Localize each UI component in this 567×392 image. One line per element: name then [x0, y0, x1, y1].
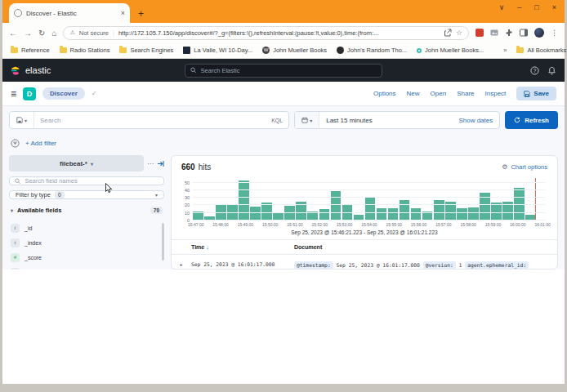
collapse-sidebar-icon[interactable]: [157, 160, 164, 167]
space-badge[interactable]: D: [23, 87, 36, 100]
saved-query-menu-button[interactable]: ▾: [10, 112, 34, 128]
field-item[interactable]: t_index: [11, 235, 163, 250]
window-close-icon[interactable]: ×: [552, 3, 556, 11]
home-icon[interactable]: ⌂: [51, 29, 56, 38]
reload-icon[interactable]: ↻: [38, 29, 45, 38]
x-axis-tick: 15:51:00: [287, 222, 302, 227]
toolbar-link-new[interactable]: New: [407, 90, 420, 97]
sidebar-scrollbar[interactable]: [162, 223, 164, 261]
new-tab-button[interactable]: +: [138, 8, 144, 20]
window-maximize-icon[interactable]: □: [534, 3, 538, 11]
kql-search-input[interactable]: [34, 117, 266, 124]
breadcrumb[interactable]: Discover: [42, 87, 85, 100]
field-item[interactable]: t_id: [11, 220, 163, 235]
histogram-bar[interactable]: [411, 208, 422, 220]
time-range-value[interactable]: Last 15 minutes: [319, 117, 452, 124]
gear-icon: ⚙: [502, 163, 507, 171]
window-menu-icon[interactable]: ∨: [499, 3, 505, 11]
profile-avatar[interactable]: [534, 28, 544, 38]
alerts-bell-icon[interactable]: [547, 66, 556, 75]
tab-close-icon[interactable]: ×: [121, 9, 125, 17]
global-search[interactable]: [185, 64, 382, 78]
filter-by-type-select[interactable]: Filter by type 0 ▾: [9, 190, 164, 199]
y-axis-label: 50: [185, 180, 190, 185]
histogram-bar[interactable]: [250, 207, 261, 220]
bookmark-item[interactable]: WJohn Mueller Books: [262, 47, 327, 54]
histogram-bar[interactable]: [388, 208, 399, 220]
refresh-button[interactable]: Refresh: [505, 111, 558, 129]
field-search-box[interactable]: [9, 176, 164, 185]
svg-text:?: ?: [534, 67, 537, 73]
field-item[interactable]: t_type: [11, 265, 163, 270]
index-actions-icon[interactable]: ⋯: [147, 160, 154, 167]
global-search-input[interactable]: [201, 67, 377, 74]
bookmark-label: La Valle, WI 10-Day...: [194, 47, 252, 54]
window-minimize-icon[interactable]: –: [517, 3, 521, 11]
all-bookmarks-button[interactable]: All Bookmarks: [516, 47, 566, 54]
screenshot-extension-icon[interactable]: [490, 29, 498, 37]
bookmark-label: Radio Stations: [70, 47, 110, 54]
elastic-logo[interactable]: elastic: [11, 65, 51, 76]
address-bar[interactable]: ⚠ Not secure | http://172.105.7.150/app/…: [63, 26, 469, 40]
histogram-bar[interactable]: [457, 208, 467, 220]
nav-menu-icon[interactable]: ≡: [11, 88, 16, 100]
fields-sidebar: filebeat-* ▾ ⋯ Filter by type 0 ▾ ▾ Avai…: [9, 155, 164, 270]
add-filter-link[interactable]: + Add filter: [25, 140, 56, 147]
bookmark-item[interactable]: Reference: [11, 47, 50, 54]
histogram-bar[interactable]: [227, 205, 238, 220]
elastic-favicon-icon: [14, 9, 22, 17]
gridline: [193, 197, 546, 198]
chart-options-button[interactable]: ⚙ Chart options: [502, 163, 547, 171]
bookmark-item[interactable]: La Valle, WI 10-Day...: [183, 47, 252, 54]
bookmark-item[interactable]: Radio Stations: [60, 47, 110, 54]
share-icon[interactable]: [444, 29, 452, 37]
histogram-bar[interactable]: [331, 191, 342, 220]
document-column-header[interactable]: Document: [294, 244, 322, 250]
histogram-bar[interactable]: [377, 208, 387, 220]
toolbar-link-inspect[interactable]: Inspect: [485, 90, 507, 97]
show-dates-link[interactable]: Show dates: [452, 117, 499, 124]
histogram-bar[interactable]: [365, 198, 376, 220]
histogram-bar[interactable]: [434, 200, 444, 220]
histogram-bar[interactable]: [239, 180, 249, 220]
divider: |: [113, 29, 114, 37]
expand-row-icon[interactable]: ▸: [172, 260, 191, 269]
bookmark-item[interactable]: Search Engines: [119, 47, 173, 54]
browser-tab[interactable]: Discover - Elastic ×: [9, 3, 130, 23]
field-key-chip[interactable]: @timestamp:: [294, 261, 333, 269]
field-item[interactable]: #_score: [11, 250, 163, 265]
back-icon[interactable]: ←: [9, 29, 17, 38]
bookmark-item[interactable]: John's Random Tho...: [337, 47, 407, 54]
forward-icon[interactable]: →: [24, 29, 32, 38]
time-range-subtitle: Sep 25, 2023 @ 15:46:21.223 - Sep 25, 20…: [172, 229, 557, 235]
field-key-chip[interactable]: @version:: [423, 261, 456, 269]
toolbar-link-share[interactable]: Share: [457, 90, 474, 97]
side-panel-icon[interactable]: [520, 29, 528, 37]
histogram-bar[interactable]: [342, 205, 353, 220]
calendar-menu-button[interactable]: ▾: [295, 112, 319, 128]
histogram-bar[interactable]: [400, 200, 410, 220]
toolbar-link-open[interactable]: Open: [431, 90, 447, 97]
field-search-input[interactable]: [25, 177, 158, 185]
histogram-bar[interactable]: [284, 206, 295, 220]
field-key-chip[interactable]: agent.ephemeral_id:: [465, 261, 529, 269]
toolbar-link-options[interactable]: Options: [373, 90, 396, 97]
kql-badge[interactable]: KQL: [266, 118, 288, 123]
x-axis-tick: 15:54:00: [361, 222, 377, 227]
histogram-bar[interactable]: [468, 207, 479, 220]
help-icon[interactable]: ?: [530, 66, 539, 75]
index-pattern-selector[interactable]: filebeat-* ▾: [9, 155, 144, 172]
save-button[interactable]: Save: [516, 87, 556, 100]
hits-histogram[interactable]: 01020304050: [193, 178, 546, 220]
extensions-puzzle-icon[interactable]: [505, 29, 513, 37]
available-fields-header[interactable]: ▾ Available fields 70: [9, 204, 164, 215]
browser-menu-icon[interactable]: ⋮: [551, 29, 558, 37]
histogram-bar[interactable]: [319, 209, 330, 220]
adblock-extension-icon[interactable]: [475, 29, 484, 37]
filter-menu-icon[interactable]: [11, 139, 20, 148]
time-column-header[interactable]: Time ↓: [172, 244, 294, 250]
bookmark-item[interactable]: John Mueller Books...: [417, 47, 484, 54]
y-axis-label: 10: [185, 211, 190, 216]
bookmarks-overflow-icon[interactable]: »: [503, 47, 507, 54]
bookmark-star-icon[interactable]: ☆: [456, 29, 462, 37]
